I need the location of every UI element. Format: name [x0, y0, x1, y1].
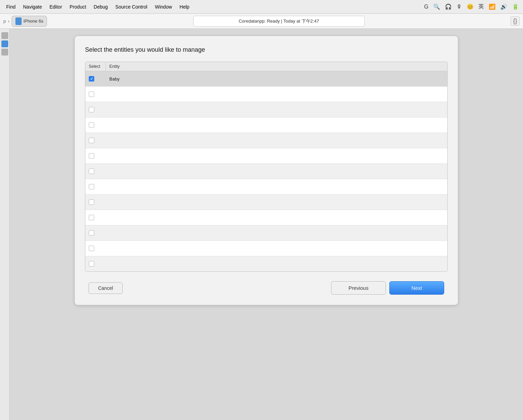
- device-icon: [15, 17, 22, 25]
- checkbox-empty-6[interactable]: [89, 153, 94, 159]
- table-header: Select Entity: [85, 62, 447, 71]
- menu-product[interactable]: Product: [66, 3, 89, 11]
- menu-find[interactable]: Find: [3, 3, 19, 11]
- table-cell-select[interactable]: [85, 256, 106, 271]
- table-cell-entity: [106, 148, 447, 163]
- table-cell-select[interactable]: [85, 118, 106, 133]
- table-cell-entity: [106, 195, 447, 210]
- table-row[interactable]: [85, 225, 447, 241]
- sidebar-strip-item-1: [1, 32, 8, 39]
- nav-buttons: Previous Next: [331, 281, 444, 295]
- table-row[interactable]: [85, 210, 447, 225]
- table-cell-entity: [106, 256, 447, 271]
- table-row[interactable]: [85, 164, 447, 179]
- checkbox-empty-12[interactable]: [89, 246, 94, 251]
- checkbox-empty-11[interactable]: [89, 230, 94, 236]
- table-row[interactable]: [85, 118, 447, 133]
- dialog-area: Select the entities you would like to ma…: [10, 29, 523, 420]
- table-cell-entity: Baby: [106, 71, 447, 86]
- main-content: Select the entities you would like to ma…: [0, 29, 523, 420]
- table-cell-select[interactable]: [85, 102, 106, 117]
- emoji-icon[interactable]: 😊: [465, 3, 475, 11]
- table-row[interactable]: [85, 87, 447, 102]
- checkbox-baby[interactable]: [89, 76, 94, 82]
- checkbox-empty-2[interactable]: [89, 91, 94, 97]
- menu-navigate[interactable]: Navigate: [20, 3, 45, 11]
- table-cell-select[interactable]: [85, 87, 106, 102]
- menu-items: Find Navigate Editor Product Debug Sourc…: [3, 3, 423, 11]
- entity-table: Select Entity Baby: [85, 62, 448, 272]
- table-cell-entity: [106, 164, 447, 179]
- table-cell-entity: [106, 102, 447, 117]
- previous-button[interactable]: Previous: [331, 281, 386, 295]
- checkbox-empty-13[interactable]: [89, 261, 94, 267]
- col-header-select: Select: [85, 62, 106, 71]
- table-cell-entity: [106, 179, 447, 194]
- menu-debug[interactable]: Debug: [90, 3, 111, 11]
- table-cell-select[interactable]: [85, 195, 106, 210]
- menubar: Find Navigate Editor Product Debug Sourc…: [0, 0, 523, 14]
- table-row[interactable]: [85, 133, 447, 148]
- table-cell-entity: [106, 225, 447, 240]
- breadcrumb-prefix: p: [3, 18, 6, 24]
- table-cell-select[interactable]: [85, 71, 106, 86]
- grammarly-icon[interactable]: G: [423, 3, 430, 11]
- table-row[interactable]: [85, 195, 447, 210]
- table-cell-select[interactable]: [85, 179, 106, 194]
- dialog-panel: Select the entities you would like to ma…: [74, 36, 458, 305]
- evernote-icon[interactable]: 🎧: [443, 3, 453, 11]
- table-cell-entity: [106, 118, 447, 133]
- device-name: iPhone 6s: [24, 18, 44, 24]
- table-row[interactable]: [85, 148, 447, 164]
- entity-name-baby: Baby: [109, 76, 120, 82]
- table-cell-select[interactable]: [85, 241, 106, 256]
- sidebar-strip-item-3: [1, 49, 8, 55]
- dialog-buttons: Cancel Previous Next: [85, 281, 448, 295]
- table-row[interactable]: [85, 179, 447, 195]
- table-cell-entity: [106, 210, 447, 225]
- status-bar: Coredatanpp: Ready | Today at 下午2:47: [50, 16, 508, 27]
- menu-icon-group: G 🔍 🎧 🎙 😊 英 📶 🔊 🔋: [423, 2, 520, 11]
- volume-icon[interactable]: 🔊: [499, 3, 509, 11]
- menu-window[interactable]: Window: [151, 3, 175, 11]
- microphone-icon[interactable]: 🎙: [455, 3, 463, 11]
- checkbox-empty-4[interactable]: [89, 122, 94, 128]
- table-cell-entity: [106, 241, 447, 256]
- table-cell-entity: [106, 133, 447, 148]
- checkbox-empty-9[interactable]: [89, 199, 94, 205]
- cancel-button[interactable]: Cancel: [88, 282, 123, 294]
- table-cell-entity: [106, 87, 447, 102]
- checkbox-empty-3[interactable]: [89, 107, 94, 112]
- wifi-icon: 📶: [487, 3, 497, 11]
- checkbox-empty-7[interactable]: [89, 169, 94, 174]
- left-sidebar-strip: [0, 29, 10, 420]
- device-selector[interactable]: iPhone 6s: [12, 16, 47, 27]
- battery-icon: 🔋: [511, 3, 520, 11]
- table-cell-select[interactable]: [85, 133, 106, 148]
- table-cell-select[interactable]: [85, 225, 106, 240]
- dialog-title: Select the entities you would like to ma…: [85, 46, 448, 53]
- table-row[interactable]: [85, 241, 447, 256]
- toolbar-left: p › iPhone 6s: [3, 16, 47, 27]
- table-cell-select[interactable]: [85, 164, 106, 179]
- menu-help[interactable]: Help: [176, 3, 193, 11]
- breadcrumb-separator: ›: [8, 18, 9, 24]
- search-icon[interactable]: 🔍: [432, 3, 441, 11]
- table-cell-select[interactable]: [85, 148, 106, 163]
- menu-source-control[interactable]: Source Control: [112, 3, 151, 11]
- table-row[interactable]: [85, 102, 447, 118]
- col-header-entity: Entity: [106, 62, 447, 71]
- toolbar-right: {}: [511, 16, 520, 26]
- checkbox-empty-8[interactable]: [89, 184, 94, 189]
- table-cell-select[interactable]: [85, 210, 106, 225]
- status-text: Coredatanpp: Ready | Today at 下午2:47: [193, 16, 365, 27]
- table-body: Baby: [85, 71, 447, 271]
- code-structure-icon[interactable]: {}: [511, 16, 520, 26]
- menu-editor[interactable]: Editor: [46, 3, 66, 11]
- checkbox-empty-10[interactable]: [89, 215, 94, 220]
- language-icon[interactable]: 英: [477, 2, 485, 11]
- table-row[interactable]: [85, 256, 447, 271]
- table-row[interactable]: Baby: [85, 71, 447, 87]
- checkbox-empty-5[interactable]: [89, 138, 94, 143]
- next-button[interactable]: Next: [389, 281, 444, 295]
